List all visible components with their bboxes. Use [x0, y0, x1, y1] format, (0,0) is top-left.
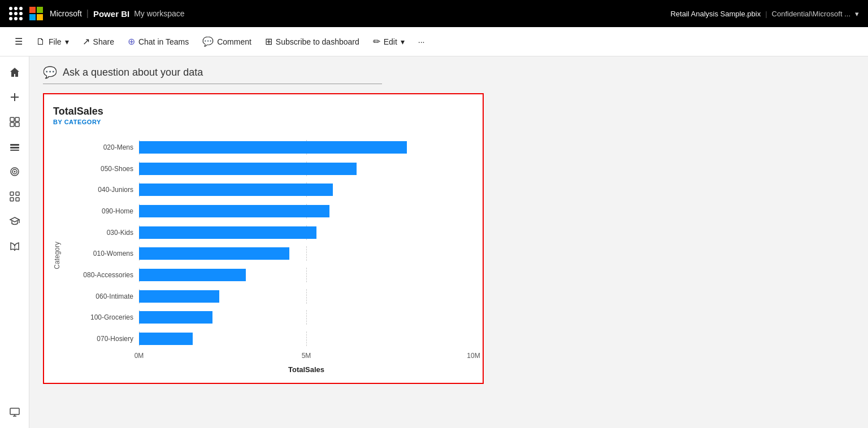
subscribe-icon: ⊞	[265, 36, 272, 47]
sidebar-item-monitor[interactable]	[3, 401, 26, 423]
sidebar-item-apps[interactable]	[3, 185, 26, 208]
bar-fill[interactable]	[139, 269, 246, 281]
bar-label: 010-Womens	[66, 250, 139, 257]
svg-rect-18	[10, 408, 19, 414]
bar-fill[interactable]	[139, 290, 219, 303]
x-tick-0m: 0M	[134, 352, 144, 360]
comment-button[interactable]: 💬 Comment	[197, 33, 257, 50]
y-axis-label: Category	[53, 242, 61, 269]
bar-track	[139, 140, 474, 155]
hamburger-icon: ☰	[15, 36, 23, 47]
comment-icon: 💬	[202, 36, 214, 47]
bar-fill[interactable]	[139, 163, 357, 175]
bar-track	[139, 225, 474, 240]
bar-fill[interactable]	[139, 226, 316, 239]
chevron-down-icon[interactable]: ▾	[855, 10, 859, 18]
svg-point-11	[14, 171, 15, 173]
bar-label: 040-Juniors	[66, 186, 139, 194]
svg-rect-12	[10, 192, 14, 195]
subscribe-label: Subscribe to dashboard	[276, 37, 359, 46]
bar-label: 020-Mens	[66, 143, 139, 151]
svg-rect-5	[15, 123, 19, 126]
share-button[interactable]: ↗ Share	[77, 33, 120, 50]
powerbi-text: Power BI	[93, 9, 129, 19]
brand-label: Microsoft | Power BI My workspace	[50, 8, 185, 19]
svg-rect-8	[10, 150, 19, 151]
svg-rect-15	[16, 198, 19, 201]
bar-row: 030-Kids	[66, 222, 474, 243]
edit-chevron-icon: ▾	[401, 37, 405, 46]
edit-label: Edit	[384, 37, 397, 46]
more-label: ···	[418, 37, 425, 46]
data-hub-icon	[9, 141, 20, 152]
x-axis: 0M 5M 10M	[139, 352, 474, 363]
file-icon: 🗋	[36, 37, 45, 47]
toolbar: ☰ 🗋 File ▾ ↗ Share ⊕ Chat in Teams 💬 Com…	[0, 27, 868, 56]
sidebar-item-home[interactable]	[3, 61, 26, 84]
home-icon	[9, 67, 20, 78]
more-button[interactable]: ···	[413, 34, 431, 50]
bar-row: 060-Intimate	[66, 286, 474, 307]
bar-track	[139, 310, 474, 325]
x-axis-title: TotalSales	[139, 365, 474, 374]
chart-area: Category 020-Mens050-Shoes040-Juniors090…	[53, 137, 474, 374]
main-content: 💬 Ask a question about your data TotalSa…	[29, 56, 868, 428]
bar-fill[interactable]	[139, 141, 407, 154]
comment-label: Comment	[217, 37, 251, 46]
share-label: Share	[93, 37, 114, 46]
qa-icon: 💬	[43, 65, 57, 79]
edit-button[interactable]: ✏ Edit ▾	[367, 33, 410, 50]
file-chevron-icon: ▾	[65, 37, 69, 46]
sidebar-item-create[interactable]	[3, 86, 26, 108]
create-icon	[9, 91, 20, 103]
subscribe-button[interactable]: ⊞ Subscribe to dashboard	[259, 33, 365, 50]
bar-fill[interactable]	[139, 311, 212, 324]
bar-track	[139, 246, 474, 261]
sidebar-item-learn[interactable]	[3, 210, 26, 233]
apps-launcher[interactable]	[9, 7, 23, 20]
hamburger-button[interactable]: ☰	[9, 33, 28, 50]
svg-rect-4	[10, 123, 14, 126]
bar-track	[139, 289, 474, 304]
bar-track	[139, 161, 474, 176]
bar-row: 010-Womens	[66, 243, 474, 265]
confidential-label: Confidential\Microsoft ...	[772, 10, 850, 18]
teams-icon: ⊕	[128, 36, 135, 47]
chat-in-teams-label: Chat in Teams	[138, 37, 189, 46]
bar-fill[interactable]	[139, 184, 333, 196]
bar-row: 070-Hosiery	[66, 328, 474, 350]
svg-rect-2	[10, 117, 14, 121]
bar-row: 080-Accessories	[66, 264, 474, 286]
qa-placeholder: Ask a question about your data	[63, 67, 203, 78]
svg-rect-6	[10, 144, 19, 146]
bar-track	[139, 182, 474, 197]
sidebar-item-open-book[interactable]	[3, 235, 26, 257]
monitor-icon	[9, 407, 20, 418]
bar-row: 100-Groceries	[66, 307, 474, 329]
file-button[interactable]: 🗋 File ▾	[31, 33, 75, 50]
goals-icon	[9, 166, 20, 177]
bar-row: 040-Juniors	[66, 179, 474, 200]
bar-fill[interactable]	[139, 333, 193, 345]
apps-icon	[9, 191, 20, 202]
sidebar-item-browse[interactable]	[3, 111, 26, 133]
x-tick-10m: 10M	[467, 352, 480, 360]
microsoft-logo	[29, 7, 43, 20]
sidebar-item-data-hub[interactable]	[3, 136, 26, 158]
file-label: File	[49, 37, 62, 46]
bar-label: 030-Kids	[66, 229, 139, 237]
bar-fill[interactable]	[139, 205, 329, 217]
bar-label: 060-Intimate	[66, 292, 139, 300]
chat-in-teams-button[interactable]: ⊕ Chat in Teams	[122, 33, 194, 50]
top-bar-right: Retail Analysis Sample.pbix | Confidenti…	[670, 10, 859, 18]
svg-rect-7	[10, 147, 19, 149]
bar-row: 020-Mens	[66, 137, 474, 158]
qa-bar[interactable]: 💬 Ask a question about your data	[43, 65, 382, 84]
bar-label: 090-Home	[66, 207, 139, 215]
sidebar-item-goals[interactable]	[3, 160, 26, 183]
chart-title: TotalSales	[53, 106, 474, 117]
open-book-icon	[9, 241, 20, 252]
bar-fill[interactable]	[139, 247, 289, 260]
share-icon: ↗	[83, 36, 90, 47]
sidebar	[0, 56, 29, 428]
